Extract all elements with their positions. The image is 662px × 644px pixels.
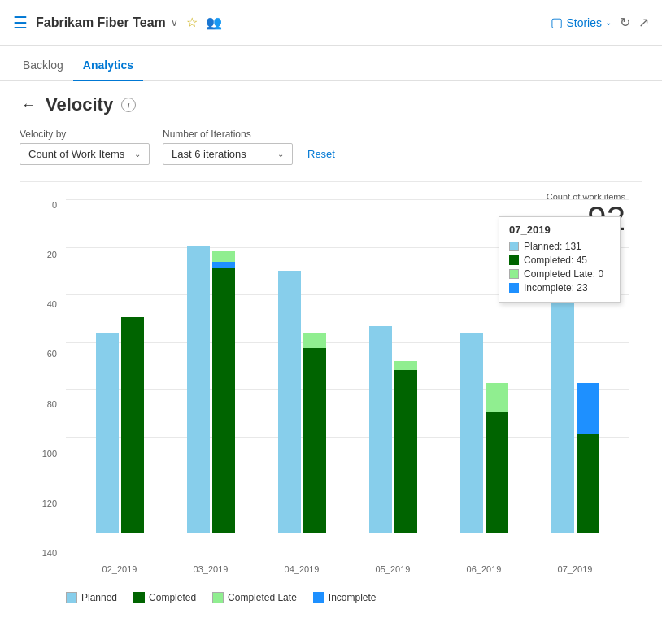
y-label-80: 80	[33, 399, 62, 409]
stories-icon: ▢	[551, 15, 563, 30]
bar-07-completed	[577, 434, 599, 533]
x-label-03: 03_2019	[186, 564, 235, 574]
stories-label: Stories	[566, 16, 602, 29]
bar-04-completed	[303, 348, 326, 533]
tooltip-planned-label: Planned: 131	[524, 241, 581, 252]
legend-completed: Completed	[133, 592, 196, 603]
refresh-button[interactable]: ↻	[620, 15, 630, 30]
favorite-icon[interactable]: ☆	[186, 15, 198, 30]
bar-04-completedlate	[303, 333, 326, 348]
bar-07-incomplete	[577, 383, 599, 433]
tooltip-row-completed: Completed: 45	[509, 255, 610, 266]
app-icon: ☰	[13, 13, 28, 33]
y-label-40: 40	[33, 299, 62, 309]
bar-03-completed	[212, 268, 235, 533]
filters-row: Velocity by Count of Work Items ⌄ Number…	[20, 128, 642, 165]
velocity-by-group: Velocity by Count of Work Items ⌄	[20, 128, 150, 165]
tooltip-completedlate-label: Completed Late: 0	[524, 268, 603, 280]
main-content: ← Velocity i Velocity by Count of Work I…	[0, 81, 662, 644]
tooltip-incomplete-label: Incomplete: 23	[524, 282, 588, 294]
velocity-by-label: Velocity by	[20, 128, 150, 140]
bar-06-completed	[486, 412, 508, 533]
bar-group-06	[460, 333, 508, 533]
tooltip-title: 07_2019	[509, 224, 610, 236]
y-label-20: 20	[33, 250, 62, 259]
bar-05-completed	[394, 370, 417, 533]
legend-label-incomplete: Incomplete	[329, 592, 377, 603]
x-labels: 02_2019 03_2019 04_2019 05_2019 06_2019 …	[66, 564, 629, 574]
y-label-120: 120	[33, 498, 62, 508]
legend-label-planned: Planned	[81, 592, 117, 603]
tooltip-box: 07_2019 Planned: 131 Completed: 45 Compl…	[499, 216, 621, 303]
legend-incomplete: Incomplete	[313, 592, 377, 603]
x-label-06: 06_2019	[459, 564, 508, 574]
stories-chevron: ⌄	[605, 18, 612, 27]
velocity-by-dropdown[interactable]: Count of Work Items ⌄	[20, 143, 150, 165]
iterations-group: Number of Iterations Last 6 iterations ⌄	[163, 128, 293, 165]
x-label-02: 02_2019	[95, 564, 144, 574]
page-title: Velocity	[46, 94, 113, 115]
tooltip-color-completedlate	[509, 269, 519, 279]
legend-color-completed	[133, 592, 145, 603]
team-chevron[interactable]: ∨	[171, 17, 178, 28]
velocity-by-chevron: ⌄	[134, 150, 141, 159]
header-right: ▢ Stories ⌄ ↻ ↗	[551, 15, 649, 30]
bar-group-05	[369, 326, 417, 533]
tooltip-color-incomplete	[509, 283, 519, 293]
tooltip-completed-label: Completed: 45	[524, 255, 587, 266]
team-name: Fabrikam Fiber Team	[36, 15, 166, 30]
legend-color-planned	[66, 592, 77, 603]
back-button[interactable]: ←	[20, 95, 37, 115]
legend-planned: Planned	[66, 592, 117, 603]
bar-03-completedlate	[212, 251, 235, 263]
bar-05-completedlate	[394, 361, 417, 370]
bar-02-completed	[121, 317, 144, 533]
bar-05-planned	[369, 326, 392, 533]
tab-backlog[interactable]: Backlog	[13, 50, 73, 81]
y-label-140: 140	[33, 548, 62, 558]
legend-label-completedlate: Completed Late	[228, 592, 297, 603]
bar-group-04	[278, 271, 326, 533]
bar-06-completedlate	[486, 383, 508, 411]
legend-color-completedlate	[212, 592, 224, 603]
iterations-chevron: ⌄	[277, 150, 284, 159]
tooltip-row-completedlate: Completed Late: 0	[509, 268, 610, 280]
velocity-by-value: Count of Work Items	[28, 148, 124, 160]
y-label-60: 60	[33, 349, 62, 359]
people-icon[interactable]: 👥	[206, 15, 222, 30]
info-icon[interactable]: i	[121, 98, 136, 112]
nav-tabs: Backlog Analytics	[0, 46, 662, 81]
bar-06-planned	[460, 333, 483, 533]
bar-03-incomplete	[212, 262, 235, 268]
y-label-0: 0	[33, 200, 62, 210]
chart-plot: 07_2019 Planned: 131 Completed: 45 Compl…	[66, 200, 629, 558]
reset-button[interactable]: Reset	[306, 144, 337, 164]
chart-container: 140 120 100 80 60 40 20 0	[33, 200, 629, 558]
legend-color-incomplete	[313, 592, 324, 603]
expand-button[interactable]: ↗	[638, 15, 649, 30]
tooltip-color-planned	[509, 242, 519, 251]
y-label-100: 100	[33, 449, 62, 459]
tooltip-row-incomplete: Incomplete: 23	[509, 282, 610, 294]
iterations-dropdown[interactable]: Last 6 iterations ⌄	[163, 143, 293, 165]
tooltip-color-completed	[509, 255, 519, 265]
chart-area: Count of work items Average Velocity 92 …	[20, 181, 642, 644]
bar-04-planned	[278, 271, 301, 533]
bar-group-03	[187, 246, 235, 533]
x-label-05: 05_2019	[368, 564, 417, 574]
legend: Planned Completed Completed Late Incompl…	[33, 584, 629, 603]
x-label-04: 04_2019	[277, 564, 326, 574]
x-label-07: 07_2019	[551, 564, 599, 574]
y-axis: 140 120 100 80 60 40 20 0	[33, 200, 62, 558]
app-header: ☰ Fabrikam Fiber Team ∨ ☆ 👥 ▢ Stories ⌄ …	[0, 0, 662, 46]
iterations-value: Last 6 iterations	[172, 148, 246, 160]
bar-03-planned	[187, 246, 210, 533]
bar-group-02	[96, 317, 144, 533]
bar-02-planned	[96, 333, 119, 533]
tab-analytics[interactable]: Analytics	[73, 50, 143, 81]
legend-label-completed: Completed	[149, 592, 196, 603]
tooltip-row-planned: Planned: 131	[509, 241, 610, 252]
stories-button[interactable]: ▢ Stories ⌄	[551, 15, 612, 30]
iterations-label: Number of Iterations	[163, 128, 293, 140]
legend-completedlate: Completed Late	[212, 592, 297, 603]
